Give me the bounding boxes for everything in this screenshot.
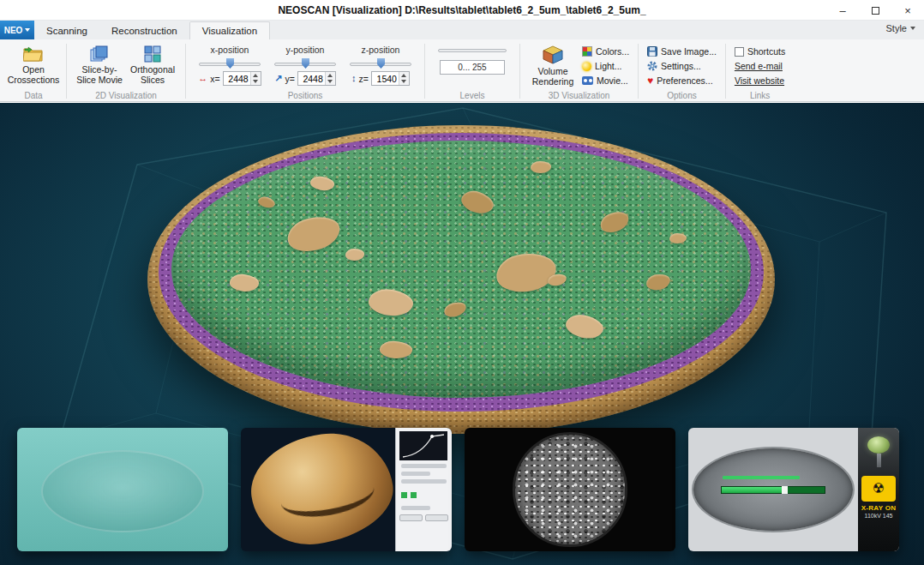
tablet-granule bbox=[229, 273, 260, 292]
z-position-slider[interactable] bbox=[350, 57, 411, 69]
open-folder-icon bbox=[23, 45, 44, 63]
x-position-row: ↔ x= bbox=[192, 71, 267, 86]
volume-rendering-button[interactable]: Volume Rendering bbox=[526, 43, 579, 90]
spin-arrows bbox=[325, 72, 335, 85]
tab-visualization[interactable]: Visualization bbox=[189, 21, 270, 39]
shortcuts-label: Shortcuts bbox=[747, 46, 785, 57]
open-crossections-button[interactable]: Open Crossections bbox=[7, 43, 60, 90]
group-3d-visualization: Volume Rendering Colors... Light... Movi… bbox=[521, 41, 637, 101]
group-label-options: Options bbox=[639, 91, 724, 100]
x-position-control: x-position ↔ x= bbox=[192, 43, 267, 90]
colors-label: Colors... bbox=[596, 46, 629, 57]
style-menu-button[interactable]: Style bbox=[886, 23, 915, 33]
panel-check-icon bbox=[411, 492, 417, 498]
z-position-row: ↕ z= bbox=[343, 71, 418, 86]
shortcuts-checkbox-row[interactable]: Shortcuts bbox=[732, 45, 788, 57]
slice-movie-icon bbox=[90, 45, 109, 63]
slider-thumb[interactable] bbox=[377, 58, 385, 69]
tablet-granule bbox=[494, 250, 557, 294]
transfer-function-panel bbox=[395, 428, 452, 551]
ribbon: Open Crossections Data Slice-by-Slice Mo… bbox=[0, 39, 924, 102]
spin-down-button[interactable] bbox=[251, 79, 261, 86]
panel-slider-row bbox=[401, 472, 430, 476]
orthogonal-slices-label: Orthogonal Slices bbox=[126, 64, 179, 85]
tab-scanning[interactable]: Scanning bbox=[34, 22, 99, 39]
slider-thumb[interactable] bbox=[302, 58, 309, 69]
movie-button[interactable]: Movie... bbox=[579, 75, 632, 87]
xray-on-label: X-RAY ON bbox=[861, 504, 897, 512]
group-2d-visualization: Slice-by-Slice Movie Orthogonal Slices 2… bbox=[68, 41, 184, 101]
close-button[interactable]: × bbox=[891, 0, 924, 21]
tablet-granule bbox=[380, 340, 413, 360]
spin-up-button[interactable] bbox=[326, 72, 335, 79]
thumbnail-cutaway-render[interactable] bbox=[241, 428, 452, 551]
save-image-label: Save Image... bbox=[661, 46, 717, 57]
tab-reconstruction[interactable]: Reconstruction bbox=[99, 22, 189, 39]
maximize-button[interactable] bbox=[859, 0, 891, 21]
shortcuts-checkbox[interactable] bbox=[735, 47, 744, 57]
group-levels: 0... 255 Levels bbox=[426, 41, 519, 101]
3d-small-buttons: Colors... Light... Movie... bbox=[579, 43, 632, 90]
colors-icon bbox=[582, 46, 592, 57]
spin-down-button[interactable] bbox=[399, 79, 409, 86]
x-position-stepper bbox=[223, 71, 261, 86]
tablet-volume-rendering[interactable] bbox=[147, 125, 775, 434]
y-position-control: y-position ↗ y= bbox=[267, 43, 343, 90]
group-options: Save Image... Settings... ♥ Preferences.… bbox=[639, 41, 724, 101]
tablet-granule bbox=[309, 175, 335, 193]
x-position-slider[interactable] bbox=[199, 57, 261, 69]
preferences-button[interactable]: ♥ Preferences... bbox=[645, 75, 719, 87]
app-menu-label: NEO bbox=[4, 26, 23, 35]
tablet-granule bbox=[531, 161, 551, 173]
y-position-input[interactable] bbox=[298, 72, 325, 85]
app-menu-button[interactable]: NEO bbox=[0, 21, 34, 39]
send-email-label: Send e-mail bbox=[735, 61, 783, 71]
save-image-button[interactable]: Save Image... bbox=[645, 45, 719, 57]
xray-projection-area bbox=[688, 428, 858, 551]
levels-slider[interactable] bbox=[438, 49, 507, 52]
visit-website-link[interactable]: Visit website bbox=[732, 75, 788, 87]
panel-check-icon bbox=[401, 492, 407, 498]
tablet-granule bbox=[285, 213, 344, 255]
slice-by-slice-movie-button[interactable]: Slice-by-Slice Movie bbox=[73, 43, 126, 90]
group-separator bbox=[519, 44, 520, 99]
spin-down-button[interactable] bbox=[326, 79, 335, 86]
heart-icon: ♥ bbox=[647, 75, 653, 86]
orthogonal-slices-button[interactable]: Orthogonal Slices bbox=[126, 43, 179, 90]
spin-up-button[interactable] bbox=[251, 72, 261, 79]
orthogonal-slices-icon bbox=[144, 45, 161, 63]
levels-range-box[interactable]: 0... 255 bbox=[440, 60, 505, 75]
group-separator bbox=[638, 44, 639, 99]
send-email-link[interactable]: Send e-mail bbox=[732, 60, 788, 72]
colors-button[interactable]: Colors... bbox=[579, 45, 632, 57]
links-items: Shortcuts Send e-mail Visit website bbox=[732, 43, 788, 90]
chevron-down-icon bbox=[910, 27, 915, 30]
xray-progress-tick bbox=[782, 486, 788, 494]
settings-label: Settings... bbox=[661, 61, 701, 71]
thumbnail-ct-slice[interactable] bbox=[465, 428, 675, 551]
y-prefix-label: y= bbox=[285, 74, 294, 84]
group-label-levels: Levels bbox=[426, 91, 519, 100]
tablet-granule bbox=[367, 287, 415, 319]
tablet-granule bbox=[442, 300, 467, 319]
spin-up-button[interactable] bbox=[399, 72, 409, 79]
panel-slider-row bbox=[401, 506, 430, 510]
xray-tablet-oval bbox=[693, 448, 853, 531]
settings-button[interactable]: Settings... bbox=[645, 60, 719, 72]
slider-thumb[interactable] bbox=[226, 58, 234, 69]
thumbnail-transparent-render[interactable] bbox=[17, 428, 228, 551]
slice-by-slice-movie-label: Slice-by-Slice Movie bbox=[73, 64, 126, 85]
group-label-2d: 2D Visualization bbox=[68, 91, 184, 100]
radiation-warning-icon: ☢ bbox=[861, 476, 896, 502]
x-position-input[interactable] bbox=[224, 72, 250, 85]
minimize-button[interactable]: – bbox=[826, 0, 859, 21]
z-position-input[interactable] bbox=[372, 72, 399, 85]
panel-slider-row bbox=[401, 479, 447, 484]
viewport-3d[interactable]: ☢ X-RAY ON 110kV 145 bbox=[0, 103, 924, 565]
light-button[interactable]: Light... bbox=[579, 60, 632, 72]
x-prefix-label: x= bbox=[210, 74, 219, 84]
group-separator bbox=[725, 44, 726, 99]
thumbnail-xray-projection[interactable]: ☢ X-RAY ON 110kV 145 bbox=[688, 428, 899, 551]
y-position-slider[interactable] bbox=[274, 57, 336, 69]
options-buttons: Save Image... Settings... ♥ Preferences.… bbox=[645, 43, 719, 90]
